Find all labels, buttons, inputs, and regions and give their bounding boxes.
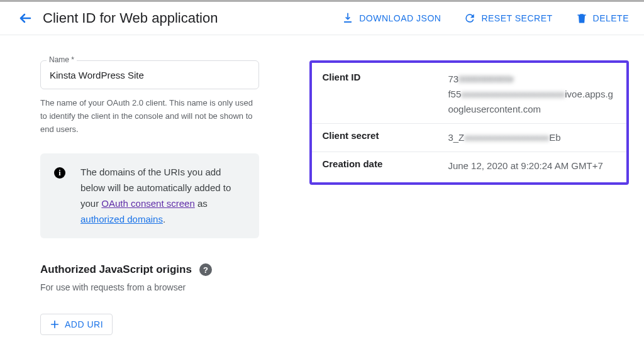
plus-icon — [50, 319, 60, 329]
action-bar: DOWNLOAD JSON RESET SECRET DELETE — [341, 12, 629, 25]
trash-icon — [575, 12, 588, 25]
info-mid: as — [195, 198, 208, 209]
creation-date-label: Creation date — [322, 158, 448, 169]
add-uri-button[interactable]: ADD URI — [40, 314, 113, 335]
left-column: Name * The name of your OAuth 2.0 client… — [40, 60, 259, 335]
name-helper-text: The name of your OAuth 2.0 client. This … — [40, 97, 259, 136]
oauth-consent-link[interactable]: OAuth consent screen — [101, 198, 194, 209]
download-json-label: DOWNLOAD JSON — [359, 13, 441, 23]
client-id-prefix: 73 — [448, 74, 458, 84]
download-json-button[interactable]: DOWNLOAD JSON — [341, 12, 441, 25]
add-uri-label: ADD URI — [65, 319, 103, 329]
name-field-wrap: Name * — [40, 60, 259, 89]
reset-secret-button[interactable]: RESET SECRET — [464, 12, 552, 25]
right-column: Client ID 730000000000r f55xxxxxxxxxxxxx… — [309, 60, 629, 335]
delete-button[interactable]: DELETE — [575, 12, 629, 25]
client-secret-label: Client secret — [322, 130, 448, 141]
info-text: The domains of the URIs you add below wi… — [80, 165, 245, 227]
creation-date-row: Creation date June 12, 2020 at 9:20:24 A… — [312, 152, 626, 180]
client-secret-prefix: 3_Z — [448, 132, 464, 143]
creation-date-value: June 12, 2020 at 9:20:24 AM GMT+7 — [448, 158, 616, 174]
js-origins-sub: For use with requests from a browser — [40, 282, 259, 292]
top-bar: Client ID for Web application DOWNLOAD J… — [0, 0, 644, 35]
info-post: . — [163, 214, 165, 224]
help-icon[interactable]: ? — [199, 263, 212, 276]
back-button[interactable] — [15, 8, 35, 28]
name-field-label: Name * — [47, 55, 77, 64]
client-id-blur1: 0000000000r — [458, 74, 514, 84]
info-icon: i — [54, 167, 65, 179]
reset-secret-label: RESET SECRET — [481, 13, 552, 23]
credentials-box: Client ID 730000000000r f55xxxxxxxxxxxxx… — [309, 60, 629, 185]
client-secret-suffix: Eb — [549, 132, 560, 143]
client-secret-row: Client secret 3_ZxxxxxxxxxxxxxxxxxxEb — [312, 124, 626, 152]
client-id-label: Client ID — [322, 72, 448, 82]
client-secret-value: 3_ZxxxxxxxxxxxxxxxxxxEb — [448, 130, 616, 145]
download-icon — [341, 12, 354, 25]
authorized-domains-link[interactable]: authorized domains — [80, 214, 163, 224]
js-origins-heading: Authorized JavaScript origins — [40, 263, 192, 276]
client-id-blur2: xxxxxxxxxxxxxxxxxxxxxx — [461, 89, 565, 99]
name-input[interactable] — [40, 60, 259, 89]
page-title: Client ID for Web application — [43, 10, 218, 26]
client-id-row: Client ID 730000000000r f55xxxxxxxxxxxxx… — [312, 65, 626, 124]
delete-label: DELETE — [593, 13, 629, 23]
client-secret-blur: xxxxxxxxxxxxxxxxxx — [464, 132, 549, 143]
refresh-icon — [464, 12, 476, 25]
client-id-value: 730000000000r f55xxxxxxxxxxxxxxxxxxxxxxi… — [448, 72, 616, 117]
client-id-prefix2: f55 — [448, 89, 461, 99]
js-origins-heading-row: Authorized JavaScript origins ? — [40, 263, 259, 276]
content-area: Name * The name of your OAuth 2.0 client… — [0, 35, 644, 335]
arrow-left-icon — [18, 11, 33, 26]
info-box: i The domains of the URIs you add below … — [40, 153, 259, 238]
